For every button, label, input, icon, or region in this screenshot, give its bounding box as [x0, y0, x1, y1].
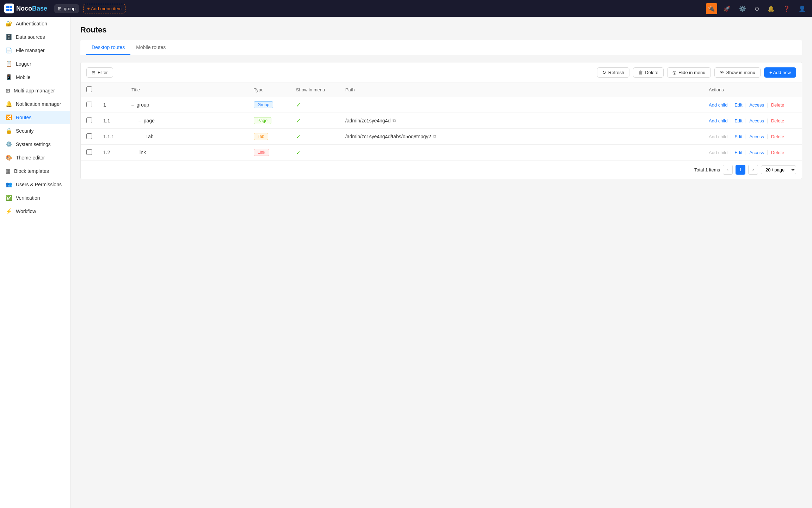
row111-delete[interactable]: Delete — [771, 134, 785, 139]
next-page-button[interactable]: › — [748, 165, 758, 175]
hide-in-menu-button[interactable]: ◎ Hide in menu — [667, 67, 711, 78]
logo: NocoBase — [4, 4, 47, 13]
sidebar-item-verification[interactable]: ✅ Verification — [0, 191, 70, 205]
row111-show-in-menu: ✓ — [290, 129, 340, 145]
settings-icon-button[interactable]: ⚙️ — [737, 3, 748, 14]
row12-checkbox[interactable] — [86, 149, 92, 155]
add-menu-item-button[interactable]: + Add menu item — [83, 4, 125, 13]
show-in-menu-button[interactable]: 👁 Show in menu — [714, 67, 761, 78]
sidebar-item-system-settings[interactable]: ⚙️ System settings — [0, 138, 70, 151]
row1-type-badge: Group — [254, 101, 273, 108]
block-templates-icon: ▦ — [6, 168, 11, 174]
row11-collapse-icon[interactable]: – — [139, 119, 141, 123]
col-path: Path — [340, 83, 703, 97]
sidebar-item-users-label: Users & Permissions — [16, 182, 62, 187]
row111-num: 1.1.1 — [98, 129, 126, 145]
row12-delete[interactable]: Delete — [771, 150, 785, 155]
data-sources-icon: 🗄️ — [6, 34, 12, 40]
row12-type-badge: Link — [254, 149, 269, 156]
delete-icon: 🗑 — [638, 70, 643, 75]
sidebar-item-authentication[interactable]: 🔐 Authentication — [0, 17, 70, 30]
sidebar-item-notification-label: Notification manager — [16, 101, 61, 107]
tab-desktop-routes[interactable]: Desktop routes — [86, 40, 130, 55]
row1-access[interactable]: Access — [749, 102, 764, 108]
prev-page-button[interactable]: ‹ — [723, 165, 733, 175]
hide-in-menu-label: Hide in menu — [678, 70, 706, 75]
row11-type: Page — [248, 113, 290, 129]
row1-title: – group — [126, 97, 248, 113]
question-icon-button[interactable]: ❓ — [781, 3, 792, 14]
plugin-icon-button[interactable]: 🔌 — [706, 3, 717, 14]
circle-icon-button[interactable]: ⊙ — [752, 3, 761, 14]
row11-delete[interactable]: Delete — [771, 118, 785, 123]
row111-edit[interactable]: Edit — [734, 134, 742, 139]
row11-show-in-menu: ✓ — [290, 113, 340, 129]
sidebar-item-routes[interactable]: 🔀 Routes — [0, 111, 70, 124]
row111-action-links: Add child | Edit | Access | Delete — [709, 134, 796, 139]
row1-delete[interactable]: Delete — [771, 102, 785, 108]
row11-add-child[interactable]: Add child — [709, 118, 727, 123]
row1-type: Group — [248, 97, 290, 113]
sidebar-item-data-sources[interactable]: 🗄️ Data sources — [0, 30, 70, 44]
row11-actions: Add child | Edit | Access | Delete — [703, 113, 802, 129]
row11-checkbox[interactable] — [86, 117, 92, 123]
user-icon-button[interactable]: 👤 — [796, 3, 808, 14]
collapse-icon[interactable]: – — [131, 103, 134, 108]
sidebar-item-users-permissions[interactable]: 👥 Users & Permissions — [0, 178, 70, 191]
row12-path — [340, 145, 703, 161]
row12-add-child: Add child — [709, 150, 727, 155]
pagination: Total 1 items ‹ 1 › 20 / page 50 / page … — [81, 160, 802, 179]
sidebar-item-multi-app-label: Multi-app manager — [14, 88, 55, 93]
row11-access[interactable]: Access — [749, 118, 764, 123]
row12-checkbox-cell — [81, 145, 98, 161]
per-page-select[interactable]: 20 / page 50 / page 100 / page — [761, 165, 796, 174]
row1-checkbox[interactable] — [86, 102, 92, 107]
row1-edit[interactable]: Edit — [734, 102, 742, 108]
sidebar-item-theme-editor[interactable]: 🎨 Theme editor — [0, 151, 70, 164]
row11-checkbox-cell — [81, 113, 98, 129]
add-new-button[interactable]: + Add new — [764, 67, 796, 78]
sidebar-item-mobile-label: Mobile — [16, 74, 30, 80]
row1-title-text: group — [137, 102, 149, 108]
mobile-icon: 📱 — [6, 74, 12, 80]
routes-table: Title Type Show in menu Path Actions 1 — [81, 83, 802, 160]
sidebar-item-logger[interactable]: 📋 Logger — [0, 57, 70, 71]
sidebar-item-mobile[interactable]: 📱 Mobile — [0, 71, 70, 84]
row1-add-child[interactable]: Add child — [709, 102, 727, 108]
group-nav-button[interactable]: ⊞ group — [54, 4, 79, 13]
row11-copy-icon[interactable]: ⧉ — [393, 118, 396, 123]
filter-button[interactable]: ⊟ Filter — [86, 67, 113, 78]
row111-path-cell: /admin/zc1sye4ng4d/tabs/o5oq8tnpgy2 ⧉ — [345, 134, 697, 139]
row111-access[interactable]: Access — [749, 134, 764, 139]
sidebar-item-workflow[interactable]: ⚡ Workflow — [0, 205, 70, 218]
sidebar-item-notification-manager[interactable]: 🔔 Notification manager — [0, 97, 70, 111]
row12-type: Link — [248, 145, 290, 161]
row111-check-icon: ✓ — [296, 134, 301, 140]
row12-show-in-menu: ✓ — [290, 145, 340, 161]
notification-icon: 🔔 — [6, 101, 12, 107]
row11-path-text: /admin/zc1sye4ng4d — [345, 118, 390, 123]
table-toolbar: ⊟ Filter ↻ Refresh 🗑 Delete ◎ Hide in me… — [81, 62, 802, 83]
logo-noco-text: Noco — [16, 5, 32, 12]
row11-edit[interactable]: Edit — [734, 118, 742, 123]
bell-icon-button[interactable]: 🔔 — [765, 3, 777, 14]
page-1-button[interactable]: 1 — [736, 165, 745, 175]
users-icon: 👥 — [6, 181, 12, 188]
row12-access[interactable]: Access — [749, 150, 764, 155]
delete-button[interactable]: 🗑 Delete — [633, 67, 664, 78]
select-all-checkbox[interactable] — [86, 86, 92, 92]
sidebar-item-multi-app-manager[interactable]: ⊞ Multi-app manager — [0, 84, 70, 97]
svg-rect-2 — [6, 9, 9, 11]
sidebar-item-block-templates[interactable]: ▦ Block templates — [0, 164, 70, 178]
tab-mobile-routes[interactable]: Mobile routes — [130, 40, 171, 55]
sidebar-item-security[interactable]: 🔒 Security — [0, 124, 70, 138]
sidebar-item-file-manager-label: File manager — [16, 48, 45, 53]
row111-checkbox[interactable] — [86, 133, 92, 139]
rocket-icon-button[interactable]: 🚀 — [721, 3, 733, 14]
sidebar-item-file-manager[interactable]: 📄 File manager — [0, 44, 70, 57]
hide-icon: ◎ — [672, 70, 676, 75]
row111-copy-icon[interactable]: ⧉ — [433, 134, 436, 139]
refresh-button[interactable]: ↻ Refresh — [597, 67, 630, 78]
row12-edit[interactable]: Edit — [734, 150, 742, 155]
theme-editor-icon: 🎨 — [6, 155, 12, 161]
